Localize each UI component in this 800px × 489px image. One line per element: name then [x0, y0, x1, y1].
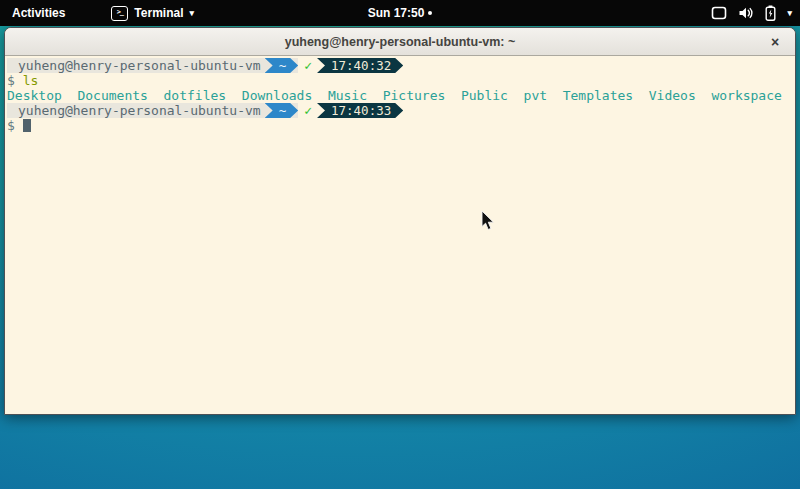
clock-label: Sun 17:50 [368, 6, 425, 20]
battery-charging-icon [765, 5, 776, 21]
shell-prompt-symbol: $ [7, 73, 15, 88]
clock-button[interactable]: Sun 17:50 [368, 6, 433, 20]
prompt-path-segment: ~ [265, 58, 299, 73]
check-icon: ✓ [304, 103, 312, 118]
command-text: ls [23, 73, 39, 88]
app-menu-label: Terminal [134, 6, 183, 20]
volume-icon [738, 6, 754, 20]
activities-label: Activities [12, 6, 65, 20]
display-icon [711, 6, 727, 20]
notification-dot [428, 11, 432, 15]
top-bar: Activities >_ Terminal ▾ Sun 17:50 ▾ [0, 0, 800, 26]
mouse-pointer [481, 210, 495, 231]
prompt-path-segment: ~ [265, 103, 299, 118]
close-button[interactable]: × [764, 28, 786, 55]
prompt-path: ~ [265, 58, 299, 73]
system-status-area[interactable]: ▾ [711, 0, 792, 26]
prompt-line: yuheng@henry-personal-ubuntu-vm ~ ✓ 17:4… [7, 58, 795, 73]
activities-button[interactable]: Activities [0, 0, 77, 26]
terminal-icon: >_ [111, 6, 128, 21]
prompt-user-host: yuheng@henry-personal-ubuntu-vm [7, 58, 265, 73]
shell-prompt-symbol: $ [7, 118, 15, 133]
prompt-path: ~ [265, 103, 299, 118]
prompt-line: yuheng@henry-personal-ubuntu-vm ~ ✓ 17:4… [7, 103, 795, 118]
window-titlebar[interactable]: yuheng@henry-personal-ubuntu-vm: ~ × [5, 28, 795, 56]
prompt-timestamp: 17:40:33 [317, 103, 403, 118]
terminal-window: yuheng@henry-personal-ubuntu-vm: ~ × yuh… [4, 27, 796, 415]
check-icon: ✓ [304, 58, 312, 73]
prompt-timestamp: 17:40:32 [317, 58, 403, 73]
prompt-user-host: yuheng@henry-personal-ubuntu-vm [7, 103, 265, 118]
ls-output: Desktop Documents dotfiles Downloads Mus… [7, 88, 795, 103]
window-title: yuheng@henry-personal-ubuntu-vm: ~ [285, 35, 516, 49]
caret-down-icon: ▾ [787, 9, 792, 18]
terminal-content[interactable]: yuheng@henry-personal-ubuntu-vm ~ ✓ 17:4… [5, 56, 795, 414]
command-line: $ ls [7, 73, 795, 88]
app-menu-terminal[interactable]: >_ Terminal ▾ [105, 0, 200, 26]
chevron-down-icon: ▾ [189, 9, 194, 18]
input-line: $ [7, 118, 795, 133]
terminal-cursor [23, 119, 31, 132]
